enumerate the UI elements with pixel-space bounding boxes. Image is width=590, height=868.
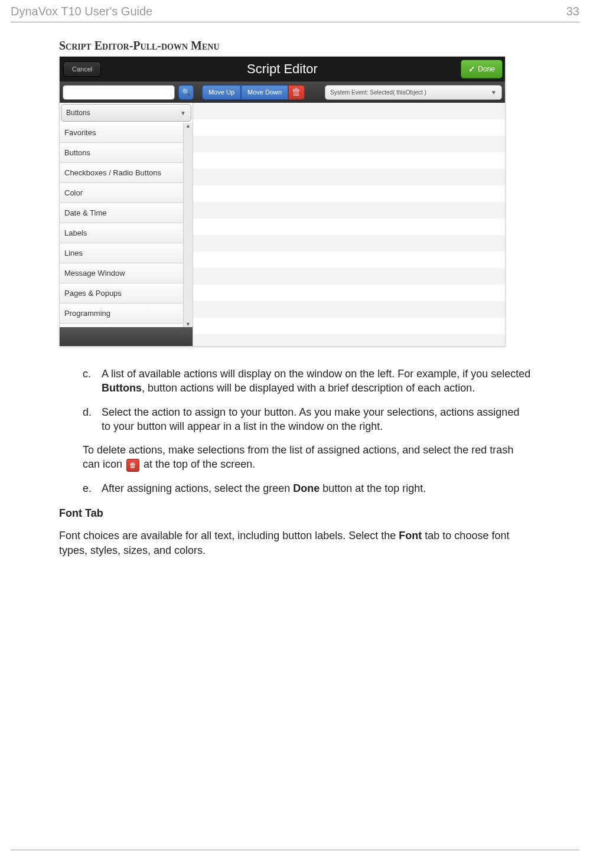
done-button[interactable]: Done	[461, 60, 503, 79]
list-item[interactable]: Color	[60, 183, 183, 203]
editor-toolbar: 🔍 Move Up Move Down 🗑 System Event: Sele…	[60, 81, 505, 103]
list-item[interactable]: Buttons	[60, 143, 183, 163]
page-header: DynaVox T10 User's Guide 33	[0, 0, 590, 22]
paragraph: Font choices are available for all text,…	[59, 528, 531, 557]
list-item[interactable]: Labels	[60, 223, 183, 243]
chevron-down-icon: ▼	[491, 89, 497, 96]
paragraph: To delete actions, make selections from …	[59, 443, 531, 472]
list-item[interactable]: Checkboxes / Radio Buttons	[60, 163, 183, 183]
scroll-up-icon: ▲	[185, 123, 191, 129]
search-button[interactable]: 🔍	[178, 85, 194, 100]
left-panel: Buttons ▼ Favorites Buttons Checkboxes /…	[60, 103, 193, 346]
list-item[interactable]: Date & Time	[60, 203, 183, 223]
moveup-button[interactable]: Move Up	[202, 85, 241, 100]
list-marker: c.	[83, 367, 102, 396]
trash-icon-inline: 🗑	[126, 459, 139, 472]
paragraph: Select the action to assign to your butt…	[102, 405, 531, 434]
category-dropdown[interactable]: Buttons ▼	[61, 104, 191, 122]
editor-titlebar: Cancel Script Editor Done	[60, 57, 505, 81]
delete-button[interactable]: 🗑	[288, 85, 305, 100]
body-text: c. A list of available actions will disp…	[59, 367, 531, 557]
category-list: Favorites Buttons Checkboxes / Radio But…	[60, 123, 183, 327]
scroll-down-icon: ▼	[185, 321, 191, 327]
page-number: 33	[566, 5, 579, 18]
paragraph: After assigning actions, select the gree…	[102, 481, 426, 495]
movedown-button[interactable]: Move Down	[241, 85, 288, 100]
section-heading: Font Tab	[59, 506, 531, 520]
list-marker: d.	[83, 405, 102, 434]
chevron-down-icon: ▼	[180, 110, 186, 116]
search-input[interactable]	[63, 85, 175, 100]
list-item[interactable]: Message Window	[60, 263, 183, 283]
editor-title: Script Editor	[60, 61, 505, 77]
trash-icon: 🗑	[292, 87, 301, 97]
list-marker: e.	[83, 481, 102, 495]
figure-caption: Script Editor-Pull-down Menu	[59, 39, 531, 53]
event-dropdown[interactable]: System Event: Selected( thisObject ) ▼	[325, 85, 502, 100]
list-item[interactable]: Favorites	[60, 123, 183, 143]
script-editor-screenshot: Cancel Script Editor Done 🔍 Move Up Move…	[59, 56, 506, 347]
search-icon: 🔍	[182, 88, 191, 96]
left-footer	[60, 327, 193, 346]
cancel-button[interactable]: Cancel	[63, 61, 101, 77]
scrollbar[interactable]: ▲ ▼	[183, 123, 193, 327]
event-label: System Event: Selected( thisObject )	[330, 89, 426, 96]
right-panel	[193, 103, 505, 346]
list-item[interactable]: Lines	[60, 243, 183, 263]
category-selected: Buttons	[66, 109, 90, 117]
footer-rule	[11, 850, 579, 850]
doc-title: DynaVox T10 User's Guide	[11, 5, 152, 18]
list-item[interactable]: Programming	[60, 304, 183, 324]
paragraph: A list of available actions will display…	[102, 367, 531, 396]
list-item[interactable]: Pages & Popups	[60, 283, 183, 304]
